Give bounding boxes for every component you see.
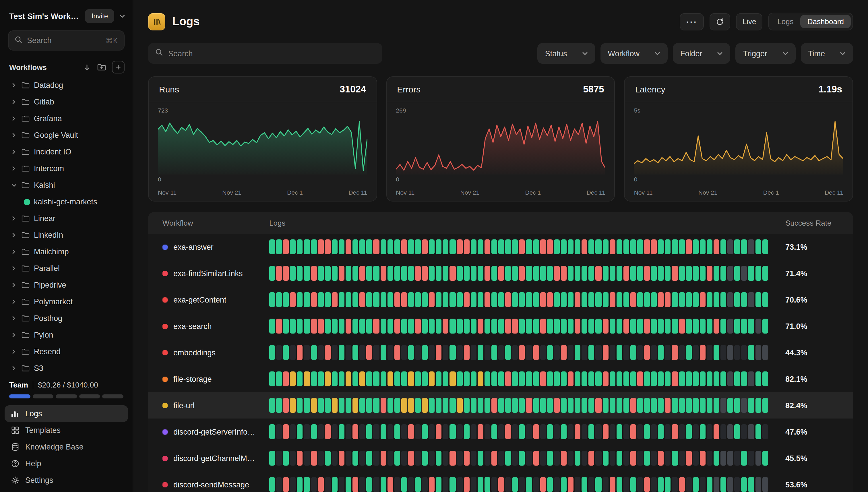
log-bar[interactable] [651, 398, 657, 413]
log-bar[interactable] [707, 266, 713, 281]
log-bar[interactable] [602, 424, 608, 439]
log-bar[interactable] [741, 398, 747, 413]
log-bar[interactable] [623, 371, 629, 386]
log-bar[interactable] [547, 371, 553, 386]
log-bar[interactable] [519, 239, 525, 254]
log-bar[interactable] [762, 266, 768, 281]
log-bar[interactable] [387, 345, 393, 360]
log-bar[interactable] [498, 398, 504, 413]
log-bar[interactable] [644, 398, 650, 413]
log-bar[interactable] [339, 239, 344, 254]
log-bar[interactable] [401, 477, 407, 492]
log-bar[interactable] [602, 451, 608, 466]
log-bar[interactable] [568, 292, 573, 307]
log-bar[interactable] [485, 319, 490, 334]
log-bar[interactable] [679, 398, 685, 413]
log-bar[interactable] [519, 398, 525, 413]
log-bar[interactable] [526, 451, 532, 466]
log-bar[interactable] [644, 292, 650, 307]
log-bar[interactable] [429, 477, 435, 492]
log-bar[interactable] [283, 477, 289, 492]
log-bar[interactable] [422, 319, 428, 334]
log-bar[interactable] [359, 345, 365, 360]
log-bar[interactable] [519, 371, 525, 386]
log-bar[interactable] [665, 319, 671, 334]
log-bar[interactable] [304, 424, 310, 439]
log-bar[interactable] [485, 345, 490, 360]
log-bar[interactable] [755, 398, 761, 413]
log-bar[interactable] [533, 424, 539, 439]
log-bar[interactable] [533, 239, 539, 254]
log-bar[interactable] [526, 266, 532, 281]
log-bar[interactable] [367, 398, 372, 413]
log-bar[interactable] [380, 451, 386, 466]
log-bar[interactable] [339, 319, 344, 334]
log-bar[interactable] [498, 266, 504, 281]
log-bar[interactable] [332, 477, 338, 492]
log-bar[interactable] [596, 477, 601, 492]
log-bar[interactable] [269, 451, 275, 466]
log-bar[interactable] [554, 266, 560, 281]
log-bar[interactable] [470, 451, 476, 466]
log-bar[interactable] [610, 292, 615, 307]
log-bar[interactable] [422, 292, 428, 307]
log-bar[interactable] [290, 477, 296, 492]
log-bar[interactable] [443, 266, 449, 281]
log-bar[interactable] [693, 451, 698, 466]
log-bar[interactable] [693, 398, 698, 413]
log-bar[interactable] [581, 371, 587, 386]
log-bar[interactable] [616, 266, 622, 281]
log-bar[interactable] [464, 292, 469, 307]
log-bar[interactable] [457, 424, 463, 439]
log-bar[interactable] [665, 371, 671, 386]
log-bar[interactable] [283, 371, 289, 386]
log-bar[interactable] [269, 398, 275, 413]
log-bar[interactable] [610, 451, 615, 466]
log-bar[interactable] [762, 292, 768, 307]
log-bar[interactable] [540, 371, 546, 386]
log-bar[interactable] [679, 451, 685, 466]
log-bar[interactable] [630, 266, 636, 281]
log-bar[interactable] [589, 371, 594, 386]
log-bar[interactable] [707, 319, 713, 334]
log-bar[interactable] [304, 398, 310, 413]
log-bar[interactable] [720, 345, 726, 360]
log-bar[interactable] [373, 292, 379, 307]
log-bar[interactable] [526, 477, 532, 492]
log-bar[interactable] [464, 345, 469, 360]
log-bar[interactable] [505, 292, 511, 307]
log-bar[interactable] [429, 319, 435, 334]
table-row[interactable]: exa-getContent70.6% [148, 287, 853, 313]
filter-time[interactable]: Time [800, 43, 853, 64]
log-bar[interactable] [727, 398, 733, 413]
log-bar[interactable] [283, 319, 289, 334]
log-bar[interactable] [727, 292, 733, 307]
log-bar[interactable] [526, 292, 532, 307]
log-bar[interactable] [297, 371, 303, 386]
log-bar[interactable] [485, 424, 490, 439]
log-bar[interactable] [352, 239, 358, 254]
log-bar[interactable] [693, 424, 698, 439]
log-bar[interactable] [422, 345, 428, 360]
sidebar-folder-pylon[interactable]: Pylon [5, 327, 128, 343]
log-bar[interactable] [748, 477, 754, 492]
log-bar[interactable] [735, 239, 740, 254]
log-bar[interactable] [429, 345, 435, 360]
log-bar[interactable] [332, 371, 338, 386]
log-bar[interactable] [512, 398, 518, 413]
log-bar[interactable] [741, 477, 747, 492]
log-bar[interactable] [700, 424, 705, 439]
log-bar[interactable] [339, 451, 344, 466]
sidebar-search-input[interactable] [27, 36, 101, 45]
log-bar[interactable] [290, 398, 296, 413]
log-bar[interactable] [748, 451, 754, 466]
log-bar[interactable] [505, 451, 511, 466]
log-bar[interactable] [686, 424, 692, 439]
log-bar[interactable] [352, 266, 358, 281]
log-bar[interactable] [720, 424, 726, 439]
log-bar[interactable] [401, 398, 407, 413]
log-bar[interactable] [318, 319, 323, 334]
log-bar[interactable] [575, 398, 580, 413]
log-bar[interactable] [491, 371, 497, 386]
log-bar[interactable] [741, 239, 747, 254]
